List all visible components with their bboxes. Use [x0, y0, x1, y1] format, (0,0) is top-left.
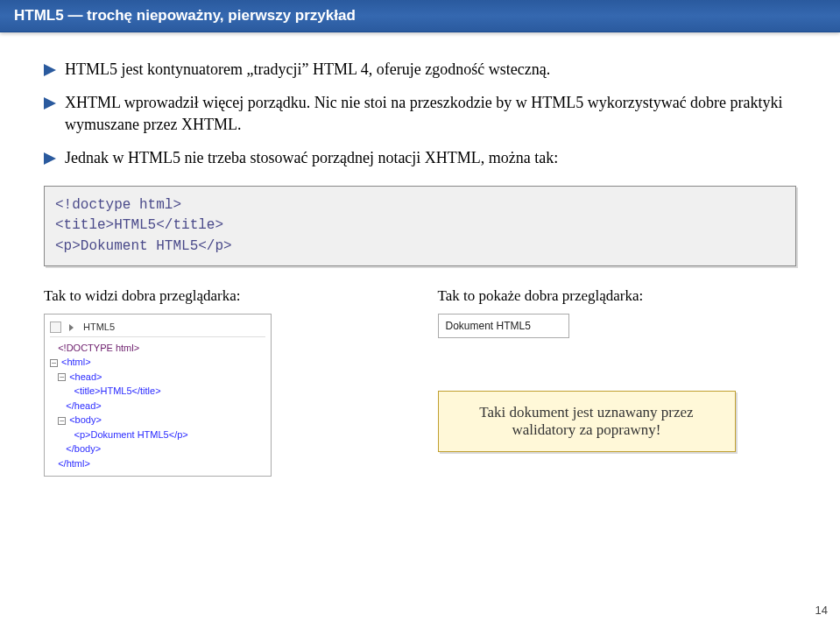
right-column: Tak to pokaże dobra przeglądarka: Dokume… — [438, 287, 797, 477]
render-text: Dokument HTML5 — [446, 320, 531, 332]
bullet-arrow-icon — [44, 152, 56, 165]
callout-box: Taki dokument jest uznawany przez walida… — [438, 391, 736, 452]
bullet-arrow-icon — [44, 64, 56, 76]
svg-marker-0 — [44, 64, 56, 76]
inspect-icon — [50, 322, 61, 333]
tree-line: –<head> — [50, 370, 265, 385]
bullet-arrow-icon — [44, 97, 56, 110]
slide-content: HTML5 jest kontynuatorem „tradycji” HTML… — [0, 32, 840, 485]
tree-tab-label: HTML5 — [83, 322, 115, 332]
right-column-label: Tak to pokaże dobra przeglądarka: — [438, 287, 797, 305]
tree-line: –<body> — [50, 413, 265, 428]
render-output-box: Dokument HTML5 — [438, 314, 569, 338]
left-column-label: Tak to widzi dobra przeglądarka: — [44, 287, 403, 305]
svg-marker-1 — [44, 97, 56, 110]
slide-title: HTML5 — trochę niepoważny, pierwszy przy… — [14, 7, 356, 24]
pointer-icon — [67, 322, 78, 333]
left-column: Tak to widzi dobra przeglądarka: HTML5 <… — [44, 287, 403, 477]
tree-line: –<html> — [50, 355, 265, 370]
two-column-layout: Tak to widzi dobra przeglądarka: HTML5 <… — [44, 287, 796, 477]
bullet-text: HTML5 jest kontynuatorem „tradycji” HTML… — [65, 59, 796, 80]
code-example-box: <!doctype html> <title>HTML5</title> <p>… — [44, 186, 796, 266]
bullet-item: Jednak w HTML5 nie trzeba stosować porzą… — [44, 147, 796, 168]
svg-marker-2 — [44, 152, 56, 165]
code-line: <p>Dokument HTML5</p> — [55, 237, 785, 257]
tree-line: </body> — [50, 442, 265, 456]
callout-text: Taki dokument jest uznawany przez walida… — [479, 404, 693, 438]
bullet-text: XHTML wprowadził więcej porządku. Nic ni… — [65, 92, 796, 135]
tree-line: <!DOCTYPE html> — [50, 341, 265, 356]
slide-header: HTML5 — trochę niepoważny, pierwszy przy… — [0, 0, 840, 32]
tree-line: </head> — [50, 399, 265, 413]
page-number: 14 — [815, 604, 828, 617]
tree-line: </html> — [50, 456, 265, 471]
dom-tree-panel: HTML5 <!DOCTYPE html> –<html> –<head> <t… — [44, 314, 272, 477]
bullet-item: HTML5 jest kontynuatorem „tradycji” HTML… — [44, 59, 796, 80]
tree-toolbar: HTML5 — [50, 320, 265, 337]
bullet-item: XHTML wprowadził więcej porządku. Nic ni… — [44, 92, 796, 135]
bullet-text: Jednak w HTML5 nie trzeba stosować porzą… — [65, 147, 796, 168]
code-line: <title>HTML5</title> — [55, 216, 785, 236]
tree-line: <p>Dokument HTML5</p> — [50, 428, 265, 442]
tree-line: <title>HTML5</title> — [50, 384, 265, 399]
code-line: <!doctype html> — [55, 195, 785, 216]
